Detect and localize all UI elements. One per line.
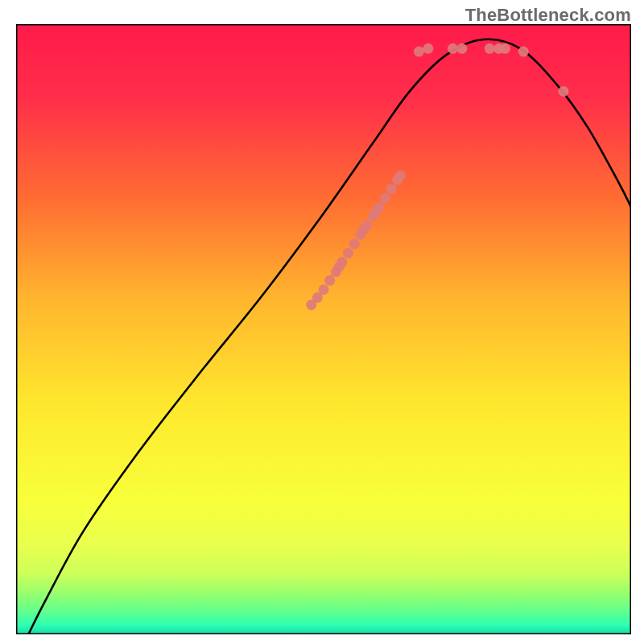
plot-area bbox=[16, 24, 631, 634]
data-marker bbox=[423, 43, 433, 54]
data-marker bbox=[349, 238, 360, 249]
data-marker bbox=[386, 184, 397, 194]
data-marker bbox=[324, 275, 335, 286]
data-marker bbox=[343, 248, 353, 258]
data-marker bbox=[500, 43, 510, 54]
data-marker bbox=[414, 47, 424, 57]
data-marker bbox=[518, 47, 529, 57]
data-marker bbox=[380, 193, 390, 204]
data-marker bbox=[336, 257, 347, 267]
data-marker bbox=[374, 202, 384, 213]
data-marker bbox=[456, 43, 467, 54]
data-marker bbox=[361, 221, 372, 231]
gradient-background bbox=[16, 24, 631, 634]
data-marker bbox=[319, 284, 329, 295]
watermark-text: TheBottleneck.com bbox=[465, 5, 631, 26]
data-marker bbox=[395, 170, 406, 180]
data-marker bbox=[448, 43, 458, 54]
data-marker bbox=[558, 86, 568, 97]
chart-container: TheBottleneck.com bbox=[0, 0, 644, 644]
data-marker bbox=[485, 43, 495, 54]
chart-svg bbox=[16, 24, 631, 634]
